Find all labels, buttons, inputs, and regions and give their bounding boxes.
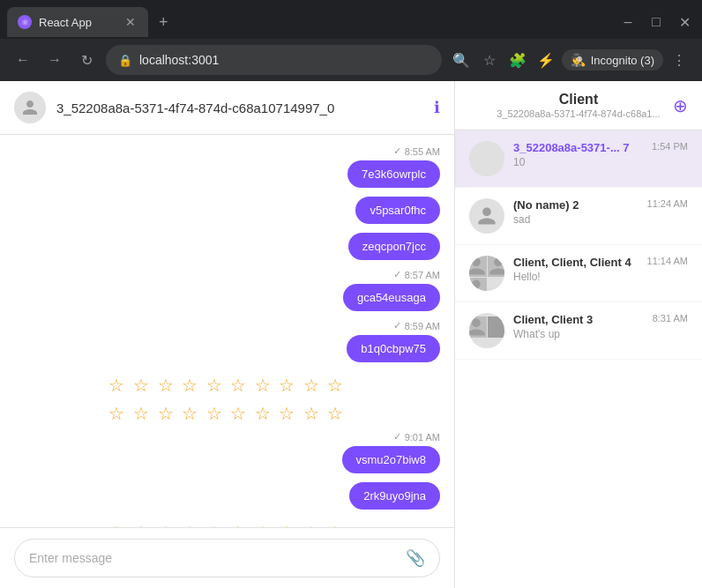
conv-name-row: Client, Client 3 [513, 313, 644, 326]
chat-messages[interactable]: ✓ 8:55 AM 7e3k6owrplc v5psar0fhc zeqcpon… [0, 135, 454, 527]
profile-icon[interactable]: ⚡ [534, 48, 558, 72]
message-row: gca54eusaga [14, 284, 440, 316]
chat-header-title: 3_52208a8a-5371-4f74-874d-c68a10714997_0 [56, 100, 423, 115]
conversation-avatar [469, 256, 504, 291]
address-bar[interactable]: 🔒 localhost:3001 [106, 45, 442, 75]
conv-time: 11:14 AM [647, 256, 688, 266]
message-row: v5psar0fhc [14, 197, 440, 229]
conversation-item-noname[interactable]: (No name) 2 sad 11:24 AM [455, 188, 702, 245]
conversation-list[interactable]: 3_52208a8a-5371-... 7 10 1:54 PM (No nam… [455, 130, 702, 588]
conv-name: (No name) 2 [513, 198, 579, 212]
msg-bubble: 7e3k6owrplc [347, 160, 440, 188]
message-row: vsmu2o7biw8 [14, 446, 440, 479]
msg-bubble: b1q0cbpw75 [347, 335, 440, 362]
stars-row-2: ☆ ☆ ☆ ☆ ☆ ☆ ☆ ☆ ☆ ☆ [14, 403, 440, 424]
msg-bubble: vsmu2o7biw8 [342, 446, 441, 473]
msg-bubble: zeqcpon7jcc [348, 233, 440, 260]
conversation-avatar [469, 141, 504, 176]
conversation-item-triple[interactable]: Client, Client, Client 4 Hello! 11:14 AM [455, 245, 702, 302]
message-row: 7e3k6owrplc [14, 160, 440, 193]
msg-bubble: 2rk9uyo9jna [349, 482, 440, 510]
conversation-info: Client, Client 3 What's up [513, 313, 644, 340]
window-controls: – □ ✕ [617, 11, 695, 33]
toolbar-icons: 🔍 ☆ 🧩 ⚡ 🕵 Incognito (3) ⋮ [449, 48, 691, 72]
incognito-label: Incognito (3) [591, 54, 654, 67]
time-label-859: ✓ 8:59 AM [14, 320, 440, 331]
conv-name-row: 3_52208a8a-5371-... 7 [513, 141, 643, 154]
msg-bubble: gca54eusaga [343, 284, 440, 311]
minimize-button[interactable]: – [617, 11, 639, 33]
add-conversation-button[interactable]: ⊕ [673, 95, 688, 116]
conversation-avatar [469, 198, 504, 234]
info-icon[interactable]: ℹ [434, 98, 440, 117]
conv-time: 1:54 PM [652, 141, 688, 152]
incognito-avatar: 🕵 [571, 53, 586, 67]
time-label-901: ✓ 9:01 AM [14, 431, 440, 443]
refresh-button[interactable]: ↻ [74, 48, 99, 72]
stars-row-1: ☆ ☆ ☆ ☆ ☆ ☆ ☆ ☆ ☆ ☆ [14, 375, 440, 396]
sidebar-header: Client 3_52208a8a-5371-4f74-874d-c68a1..… [455, 81, 702, 130]
forward-button[interactable]: → [42, 48, 67, 72]
conversation-item-double[interactable]: Client, Client 3 What's up 8:31 AM [455, 302, 702, 360]
stars-display: ☆ ☆ ☆ ☆ ☆ ☆ ☆ ☆ ☆ ☆ [108, 403, 345, 424]
conversation-info: Client, Client, Client 4 Hello! [513, 256, 639, 283]
tab-favicon: ⚛ [18, 15, 32, 29]
conversation-item-active[interactable]: 3_52208a8a-5371-... 7 10 1:54 PM [455, 130, 702, 188]
message-row: 2rk9uyo9jna [14, 482, 440, 515]
conversation-avatar [469, 313, 504, 348]
sidebar: Client 3_52208a8a-5371-4f74-874d-c68a1..… [455, 81, 702, 588]
conv-name-row: Client, Client, Client 4 [513, 256, 639, 269]
sidebar-header-text: Client 3_52208a8a-5371-4f74-874d-c68a1..… [497, 92, 660, 119]
app-content: 3_52208a8a-5371-4f74-874d-c68a10714997_0… [0, 81, 702, 588]
browser-chrome: ⚛ React App ✕ + – □ ✕ ← → ↻ 🔒 localhost:… [0, 0, 702, 81]
conv-name: Client, Client, Client 4 [513, 256, 631, 269]
browser-tab[interactable]: ⚛ React App ✕ [7, 7, 148, 37]
stars-display: ☆ ☆ ☆ ☆ ☆ ☆ ☆ ☆ ☆ ☆ [108, 375, 345, 396]
chat-input[interactable] [29, 551, 399, 565]
address-bar-row: ← → ↻ 🔒 localhost:3001 🔍 ☆ 🧩 ⚡ 🕵 Incogni… [0, 39, 702, 81]
extension-icon[interactable]: 🧩 [505, 48, 530, 72]
chat-area: 3_52208a8a-5371-4f74-874d-c68a10714997_0… [0, 81, 455, 588]
conv-name-row: (No name) 2 [513, 198, 639, 212]
tab-title: React App [39, 16, 116, 29]
chat-header: 3_52208a8a-5371-4f74-874d-c68a10714997_0… [0, 81, 454, 135]
msg-bubble: v5psar0fhc [355, 197, 440, 224]
sidebar-subtitle: 3_52208a8a-5371-4f74-874d-c68a1... [497, 108, 660, 119]
conv-preview: What's up [513, 328, 644, 340]
incognito-button[interactable]: 🕵 Incognito (3) [562, 49, 663, 71]
lock-icon: 🔒 [118, 54, 132, 67]
time-label-855: ✓ 8:55 AM [14, 145, 440, 157]
conv-time: 8:31 AM [653, 313, 688, 324]
time-label-857: ✓ 8:57 AM [14, 269, 440, 280]
menu-icon[interactable]: ⋮ [667, 48, 691, 72]
conv-preview: 10 [513, 156, 643, 168]
maximize-button[interactable]: □ [646, 11, 667, 33]
tab-bar: ⚛ React App ✕ + – □ ✕ [0, 0, 702, 39]
tab-close-button[interactable]: ✕ [123, 15, 138, 29]
conv-preview: sad [513, 213, 639, 226]
conv-name: 3_52208a8a-5371-... 7 [513, 141, 630, 154]
close-window-button[interactable]: ✕ [674, 11, 695, 33]
new-tab-button[interactable]: + [152, 10, 176, 35]
message-row: b1q0cbpw75 [14, 335, 440, 368]
back-button[interactable]: ← [11, 48, 35, 72]
conversation-info: 3_52208a8a-5371-... 7 10 [513, 141, 643, 168]
address-text: localhost:3001 [139, 53, 429, 67]
bookmark-icon[interactable]: ☆ [477, 48, 502, 72]
message-row: zeqcpon7jcc [14, 233, 440, 265]
conv-preview: Hello! [513, 271, 639, 283]
attach-icon[interactable]: 📎 [406, 548, 425, 568]
search-icon[interactable]: 🔍 [449, 48, 474, 72]
chat-input-area: 📎 [0, 527, 454, 588]
conv-name: Client, Client 3 [513, 313, 593, 326]
conversation-info: (No name) 2 sad [513, 198, 639, 226]
sidebar-title: Client [497, 92, 660, 108]
chat-header-avatar [14, 92, 46, 123]
chat-input-box: 📎 [14, 539, 440, 577]
conv-time: 11:24 AM [647, 198, 688, 209]
